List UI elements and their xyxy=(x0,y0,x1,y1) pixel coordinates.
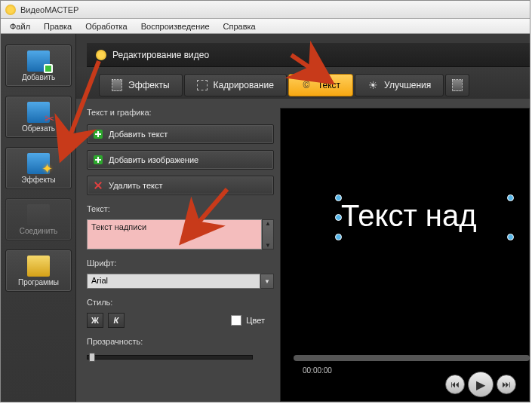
resize-handle[interactable] xyxy=(335,234,342,240)
sidebar-add-button[interactable]: Добавить xyxy=(5,44,72,87)
extra-tab-icon xyxy=(452,80,463,90)
titlebar: ВидеоМАСТЕР xyxy=(1,1,530,19)
app-title: ВидеоМАСТЕР xyxy=(20,5,78,14)
scissors-icon xyxy=(27,102,50,123)
text-area-wrap: Текст надписи ▲▼ xyxy=(87,219,274,249)
delete-text-label: Удалить текст xyxy=(109,181,163,190)
plus-icon xyxy=(94,130,103,139)
delete-text-button[interactable]: Удалить текст xyxy=(87,176,274,195)
scrollbar[interactable]: ▲▼ xyxy=(262,219,274,249)
text-input[interactable]: Текст надписи xyxy=(87,219,262,249)
tab-crop[interactable]: Кадрирование xyxy=(184,74,287,96)
color-swatch xyxy=(231,315,241,326)
font-row: Arial ▼ xyxy=(87,274,274,289)
add-text-button[interactable]: Добавить текст xyxy=(87,124,274,144)
tab-enhance-label: Улучшения xyxy=(384,80,431,90)
menu-file[interactable]: Файл xyxy=(4,20,36,32)
opacity-slider[interactable] xyxy=(87,355,253,360)
text-tab-icon xyxy=(301,80,312,90)
sidebar-programs-label: Программы xyxy=(18,278,59,286)
style-row: Ж К Цвет xyxy=(87,313,274,328)
menu-help[interactable]: Справка xyxy=(217,20,262,32)
color-label: Цвет xyxy=(246,316,265,325)
editor-header: Редактирование видео xyxy=(87,43,530,67)
sidebar-cut-button[interactable]: Обрезать xyxy=(5,96,72,138)
menu-playback[interactable]: Воспроизведение xyxy=(135,20,216,32)
add-image-button[interactable]: Добавить изображение xyxy=(87,150,274,170)
sidebar: Добавить Обрезать Эффекты Соединить Прог… xyxy=(1,34,76,402)
workspace: Добавить Обрезать Эффекты Соединить Прог… xyxy=(1,34,530,402)
delete-icon xyxy=(94,181,103,190)
sidebar-effects-button[interactable]: Эффекты xyxy=(5,147,72,189)
sidebar-add-label: Добавить xyxy=(22,73,55,81)
timeline[interactable] xyxy=(294,355,530,361)
play-button[interactable]: ▶ xyxy=(468,372,494,397)
add-text-label: Добавить текст xyxy=(109,130,168,139)
tab-extra[interactable] xyxy=(445,74,469,96)
tab-text-label: Текст xyxy=(318,80,340,90)
style-field-label: Стиль: xyxy=(87,298,274,307)
tab-text[interactable]: Текст xyxy=(288,74,353,96)
resize-handle[interactable] xyxy=(507,234,514,240)
time-display: 00:00:00 xyxy=(303,366,332,375)
italic-button[interactable]: К xyxy=(108,313,125,328)
opacity-handle[interactable] xyxy=(89,353,95,362)
sidebar-programs-button[interactable]: Программы xyxy=(5,249,72,292)
bold-button[interactable]: Ж xyxy=(87,313,103,328)
plus-icon xyxy=(94,155,103,164)
text-field-label: Текст: xyxy=(87,204,274,213)
editor-title: Редактирование видео xyxy=(112,50,209,60)
next-button[interactable]: ⏭ xyxy=(497,375,516,394)
tab-crop-label: Кадрирование xyxy=(214,80,274,90)
effects-icon xyxy=(27,153,50,174)
effects-tab-icon xyxy=(112,80,122,90)
programs-icon xyxy=(27,256,50,277)
color-picker[interactable]: Цвет xyxy=(231,315,265,326)
app-icon xyxy=(5,5,16,15)
playback-controls: ⏮ ▶ ⏭ xyxy=(445,372,516,397)
main-area: Редактирование видео Эффекты Кадрировани… xyxy=(76,34,530,402)
resize-handle[interactable] xyxy=(507,194,514,201)
font-dropdown-icon[interactable]: ▼ xyxy=(260,274,274,289)
prev-button[interactable]: ⏮ xyxy=(445,375,465,394)
section-title: Текст и графика: xyxy=(87,108,274,117)
tab-effects[interactable]: Эффекты xyxy=(99,74,183,96)
font-select[interactable]: Arial xyxy=(87,274,260,289)
crop-tab-icon xyxy=(197,80,208,90)
font-field-label: Шрифт: xyxy=(87,259,274,268)
menu-edit[interactable]: Правка xyxy=(38,20,78,32)
add-image-label: Добавить изображение xyxy=(109,155,198,164)
menu-process[interactable]: Обработка xyxy=(79,20,133,32)
resize-handle[interactable] xyxy=(335,214,342,221)
tabs: Эффекты Кадрирование Текст Улучшения xyxy=(76,67,530,99)
menubar: Файл Правка Обработка Воспроизведение Сп… xyxy=(1,19,530,34)
enhance-tab-icon xyxy=(367,80,378,90)
sidebar-join-label: Соединить xyxy=(20,227,57,235)
text-panel: Текст и графика: Добавить текст Добавить… xyxy=(87,108,274,402)
tab-effects-label: Эффекты xyxy=(128,80,170,90)
resize-handle[interactable] xyxy=(335,194,342,201)
tab-enhance[interactable]: Улучшения xyxy=(355,74,444,96)
app-window: ВидеоМАСТЕР Файл Правка Обработка Воспро… xyxy=(0,0,530,402)
opacity-label: Прозрачность: xyxy=(87,337,274,346)
add-icon xyxy=(27,50,50,72)
editor-icon xyxy=(96,50,106,60)
sidebar-join-button[interactable]: Соединить xyxy=(5,198,72,240)
join-icon xyxy=(27,204,50,225)
overlay-text[interactable]: Текст над xyxy=(341,199,477,233)
